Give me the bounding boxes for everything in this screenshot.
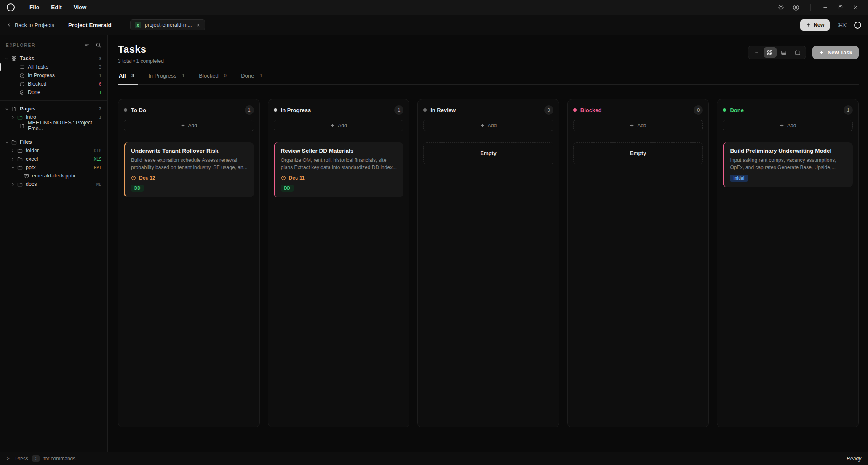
item-label: All Tasks	[28, 64, 48, 70]
filter-tabs: All 3 In Progress 1 Blocked 0 Done 1	[118, 73, 859, 85]
command-palette-shortcut[interactable]: ⌘K	[837, 22, 847, 28]
restore-window-icon[interactable]	[834, 3, 846, 13]
add-task-button[interactable]: Add	[573, 120, 703, 131]
explorer-sidebar: EXPLORER Tasks 3	[0, 35, 108, 452]
menu-file[interactable]: File	[25, 3, 43, 12]
column-to-do: To Do 1 Add Underwrite Tenant Rollover R…	[118, 99, 260, 427]
column-header: In Review 0	[423, 105, 553, 116]
add-task-button[interactable]: Add	[274, 120, 404, 131]
card-tags: Initial	[730, 175, 847, 182]
sidebar-item-folder[interactable]: folder DIR	[0, 146, 107, 155]
add-task-button[interactable]: Add	[124, 120, 254, 131]
card-tags: DD	[131, 185, 248, 192]
card-list: Review Seller DD Materials Organize OM, …	[274, 142, 404, 197]
sort-icon[interactable]	[84, 42, 90, 48]
kanban-view-icon[interactable]	[764, 47, 777, 58]
new-task-button[interactable]: New Task	[812, 46, 859, 59]
tab-blocked[interactable]: Blocked 0	[192, 73, 234, 84]
settings-gear-icon[interactable]	[775, 3, 787, 13]
search-icon[interactable]	[96, 42, 101, 48]
item-label: pptx	[26, 164, 36, 170]
app-window: File Edit View	[0, 0, 868, 465]
sidebar-item-emerald-deck[interactable]: emerald-deck.pptx	[0, 172, 107, 180]
folder-icon	[11, 140, 17, 145]
task-card[interactable]: Review Seller DD Materials Organize OM, …	[274, 142, 404, 197]
divider	[0, 100, 107, 101]
sidebar-item-in-progress[interactable]: In Progress 1	[0, 71, 107, 80]
card-title: Underwrite Tenant Rollover Risk	[131, 148, 248, 154]
tab-count: 3	[131, 73, 134, 78]
sidebar-item-blocked[interactable]: Blocked 0	[0, 80, 107, 88]
table-view-icon[interactable]	[777, 47, 791, 58]
menu-view[interactable]: View	[69, 3, 91, 12]
plus-icon	[480, 123, 485, 128]
card-list: Build Preliminary Underwriting Model Inp…	[723, 142, 853, 187]
status-ready: Ready	[847, 456, 861, 462]
statusbar-suffix-label: for commands	[43, 456, 75, 462]
chevron-down-icon	[11, 166, 15, 169]
sidebar-item-docs[interactable]: docs MD	[0, 180, 107, 188]
column-in-progress: In Progress 1 Add Review Seller DD Mater…	[268, 99, 410, 427]
plus-icon	[330, 123, 335, 128]
tab-in-progress[interactable]: In Progress 1	[141, 73, 192, 84]
page-icon	[19, 123, 25, 129]
task-card[interactable]: Underwrite Tenant Rollover Risk Build le…	[124, 142, 254, 197]
folder-icon	[17, 115, 23, 120]
item-label: In Progress	[28, 73, 55, 78]
item-label: Files	[20, 139, 32, 145]
sidebar-item-meeting-notes[interactable]: MEETING NOTES : Project Eme...	[0, 121, 107, 130]
list-view-icon[interactable]	[750, 47, 763, 58]
add-label: Add	[338, 123, 347, 129]
item-count: 2	[99, 107, 101, 111]
card-due-date: Dec 11	[281, 175, 398, 181]
titlebar: File Edit View	[0, 0, 868, 15]
column-name: To Do	[131, 107, 146, 113]
user-account-icon[interactable]	[790, 3, 802, 13]
spinner-icon	[854, 22, 861, 29]
task-card[interactable]: Build Preliminary Underwriting Model Inp…	[723, 142, 853, 187]
add-task-button[interactable]: Add	[723, 120, 853, 131]
chevron-right-icon	[11, 183, 15, 186]
clock-icon	[281, 175, 286, 180]
sidebar-item-all-tasks[interactable]: All Tasks 3	[0, 63, 107, 71]
new-button[interactable]: New	[800, 19, 830, 31]
calendar-view-icon[interactable]	[791, 47, 804, 58]
sidebar-item-pages[interactable]: Pages 2	[0, 105, 107, 113]
sidebar-item-excel[interactable]: excel XLS	[0, 155, 107, 163]
app-logo-icon	[7, 3, 15, 11]
card-list: Underwrite Tenant Rollover Risk Build le…	[124, 142, 254, 197]
due-label: Dec 12	[139, 175, 155, 181]
column-header: Blocked 0	[573, 105, 703, 116]
explorer-header: EXPLORER	[0, 40, 107, 50]
chevron-right-icon	[11, 149, 15, 153]
item-label: excel	[26, 156, 38, 162]
column-name: Blocked	[580, 107, 602, 113]
open-file-tab[interactable]: x project-emerald-m...	[130, 19, 205, 30]
header-actions: New Task	[748, 46, 859, 59]
sidebar-item-files[interactable]: Files	[0, 138, 107, 146]
sidebar-item-tasks[interactable]: Tasks 3	[0, 54, 107, 63]
item-count: 3	[99, 65, 101, 70]
sidebar-item-done[interactable]: Done 1	[0, 88, 107, 97]
excel-file-icon: x	[135, 22, 141, 28]
main-content: Tasks 3 total • 1 completed	[108, 35, 868, 452]
back-label: Back to Projects	[15, 22, 54, 28]
file-type-badge: DIR	[94, 148, 101, 153]
empty-label: Empty	[480, 151, 496, 156]
folder-icon	[17, 148, 23, 153]
tab-close-icon[interactable]	[196, 23, 200, 27]
tab-done[interactable]: Done 1	[234, 73, 270, 84]
folder-icon	[17, 156, 23, 162]
tab-label: All	[119, 73, 126, 79]
menu-edit[interactable]: Edit	[47, 3, 66, 12]
divider	[0, 134, 107, 134]
add-task-button[interactable]: Add	[423, 120, 553, 131]
sidebar-item-pptx[interactable]: pptx PPT	[0, 163, 107, 172]
back-to-projects-link[interactable]: Back to Projects	[7, 22, 54, 28]
close-window-icon[interactable]	[849, 3, 861, 13]
minimize-icon[interactable]	[819, 3, 831, 13]
column-header: Done 1	[723, 105, 853, 116]
tab-label: In Progress	[148, 73, 176, 79]
tab-all[interactable]: All 3	[118, 73, 141, 84]
folder-icon	[17, 165, 23, 170]
